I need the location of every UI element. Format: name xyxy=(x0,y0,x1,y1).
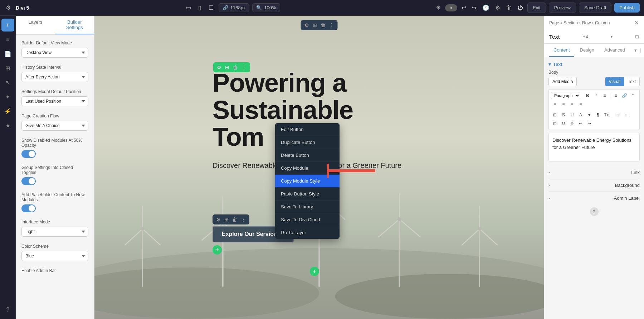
right-panel-close-button[interactable]: ✕ xyxy=(634,19,639,26)
context-menu-item-1[interactable]: Duplicate Button xyxy=(275,136,340,149)
background-collapsible[interactable]: › Background xyxy=(548,179,640,192)
gear-button[interactable]: ⚙ xyxy=(4,3,12,13)
history-button[interactable]: 🕐 xyxy=(481,3,491,13)
module-more-icon[interactable]: ⋮ xyxy=(240,64,248,71)
context-menu-item-8[interactable]: Go To Layer xyxy=(275,226,340,239)
add-module-icon[interactable]: + xyxy=(1,19,14,32)
trash-button[interactable]: 🗑 xyxy=(504,3,513,13)
desktop-view-button[interactable]: ▭ xyxy=(184,3,193,13)
wand-icon[interactable]: ✦ xyxy=(1,90,14,103)
ol-button[interactable]: ≡ xyxy=(612,92,620,100)
context-menu-item-2[interactable]: Delete Button xyxy=(275,149,340,162)
exit-button[interactable]: Exit xyxy=(527,3,546,13)
module-delete-icon[interactable]: 🗑 xyxy=(231,64,239,71)
undo-editor-button[interactable]: ↩ xyxy=(577,120,585,127)
interface-mode-select[interactable]: Light xyxy=(21,227,88,237)
tab-builder-settings[interactable]: Builder Settings xyxy=(55,16,94,34)
section-delete-icon[interactable]: 🗑 xyxy=(319,21,327,29)
paste-text-button[interactable]: ¶ xyxy=(594,111,602,119)
section-more-icon[interactable]: ⋮ xyxy=(328,21,336,29)
grid-icon[interactable]: ⊞ xyxy=(1,62,14,74)
mobile-view-button[interactable]: ☐ xyxy=(206,3,216,13)
bold-button[interactable]: B xyxy=(584,92,591,100)
module-duplicate-icon[interactable]: ⊞ xyxy=(224,64,231,71)
pages-icon[interactable]: 📄 xyxy=(1,47,14,60)
heading-dropdown-icon[interactable]: ▾ xyxy=(611,35,613,39)
section-duplicate-icon[interactable]: ⊞ xyxy=(311,21,318,29)
color-scheme-select[interactable]: Blue xyxy=(21,251,88,261)
section-settings-icon[interactable]: ⚙ xyxy=(303,21,311,29)
tab-dropdown-icon[interactable]: ▾ xyxy=(632,44,639,57)
visual-tab[interactable]: Visual xyxy=(605,77,624,86)
zoom-display[interactable]: 🔍 100% xyxy=(252,3,280,12)
tablet-view-button[interactable]: ▯ xyxy=(196,3,204,13)
placeholder-toggle[interactable] xyxy=(21,204,36,212)
page-creation-select[interactable]: Give Me A Choice xyxy=(21,121,88,131)
builder-view-select[interactable]: Desktop View xyxy=(21,48,88,58)
clear-format-button[interactable]: Tx xyxy=(602,111,610,119)
save-draft-button[interactable]: Save Draft xyxy=(579,3,611,13)
more-button[interactable]: ▾ xyxy=(585,111,593,119)
undo-button[interactable]: ↩ xyxy=(460,3,468,13)
redo-editor-button[interactable]: ↪ xyxy=(585,120,593,127)
cta-delete-icon[interactable]: 🗑 xyxy=(231,216,239,223)
publish-button[interactable]: Publish xyxy=(614,3,640,13)
special-char-button[interactable]: Ω xyxy=(560,120,567,127)
admin-label-collapsible[interactable]: › Admin Label xyxy=(548,192,640,204)
outdent-button[interactable]: ≡ xyxy=(622,111,630,119)
text-section-header[interactable]: ▾ Text xyxy=(548,62,640,67)
indent-button[interactable]: ≡ xyxy=(614,111,621,119)
modal-select[interactable]: Last Used Position xyxy=(21,96,88,106)
module-settings-icon[interactable]: ⚙ xyxy=(215,64,223,71)
module-expand-icon[interactable]: ⊡ xyxy=(635,34,639,39)
cta-duplicate-icon[interactable]: ⊞ xyxy=(223,216,230,223)
tab-advanced[interactable]: Advanced xyxy=(600,44,629,57)
context-menu-item-7[interactable]: Save To Divi Cloud xyxy=(275,213,340,226)
context-menu-item-0[interactable]: Edit Button xyxy=(275,123,340,136)
viewport-size-display[interactable]: 🔗 1188px xyxy=(219,3,250,12)
tab-checkbox[interactable] xyxy=(640,48,641,53)
power-button[interactable]: ⏻ xyxy=(516,3,525,13)
tab-content[interactable]: Content xyxy=(549,44,574,57)
cursor-icon[interactable]: ↖ xyxy=(1,76,14,89)
plug-icon[interactable]: ⚡ xyxy=(1,105,14,117)
help-button[interactable]: ? xyxy=(590,207,599,216)
strikethrough-button[interactable]: S xyxy=(560,111,567,119)
group-settings-toggle[interactable] xyxy=(21,177,36,185)
italic-button[interactable]: I xyxy=(592,92,600,100)
star-icon[interactable]: ★ xyxy=(1,119,14,132)
cta-add-button[interactable]: + xyxy=(213,245,222,255)
link-collapsible[interactable]: › Link xyxy=(548,166,640,179)
section-add-button[interactable]: + xyxy=(310,267,319,276)
list-button[interactable]: ≡ xyxy=(601,92,609,100)
color-button[interactable]: A xyxy=(577,111,585,119)
context-menu-item-5[interactable]: Paste Button Style xyxy=(275,188,340,200)
table-button[interactable]: ⊞ xyxy=(551,111,559,119)
history-select[interactable]: After Every Action xyxy=(21,72,88,82)
text-tab[interactable]: Text xyxy=(624,77,639,86)
add-media-button[interactable]: Add Media xyxy=(548,77,577,86)
align-left-button[interactable]: ≡ xyxy=(551,100,559,108)
settings-button[interactable]: ⚙ xyxy=(494,3,502,13)
fullscreen-button[interactable]: ⊡ xyxy=(551,120,559,127)
help-icon[interactable]: ? xyxy=(1,303,14,316)
align-center-button[interactable]: ≡ xyxy=(560,100,567,108)
underline-button[interactable]: U xyxy=(568,111,576,119)
align-right-button[interactable]: ≡ xyxy=(568,100,576,108)
quote-button[interactable]: " xyxy=(629,92,637,100)
link-button[interactable]: 🔗 xyxy=(620,92,628,100)
tab-design[interactable]: Design xyxy=(576,44,599,57)
editor-content-area[interactable]: Discover Renewable Energy Solutions for … xyxy=(548,133,640,161)
paragraph-select[interactable]: Paragraph xyxy=(551,92,580,99)
preview-button[interactable]: Preview xyxy=(549,3,576,13)
emoji-button[interactable]: ☺ xyxy=(568,120,576,127)
context-menu-item-6[interactable]: Save To Library xyxy=(275,200,340,213)
redo-button[interactable]: ↪ xyxy=(470,3,478,13)
tab-layers[interactable]: Layers xyxy=(16,16,55,34)
disabled-modules-toggle[interactable] xyxy=(21,150,36,158)
align-justify-button[interactable]: ≡ xyxy=(577,100,585,108)
sun-icon-button[interactable]: ☀ xyxy=(434,3,442,13)
cta-more-icon[interactable]: ⋮ xyxy=(239,216,247,223)
cta-settings-icon[interactable]: ⚙ xyxy=(215,216,222,223)
layers-icon[interactable]: ≡ xyxy=(1,33,14,46)
